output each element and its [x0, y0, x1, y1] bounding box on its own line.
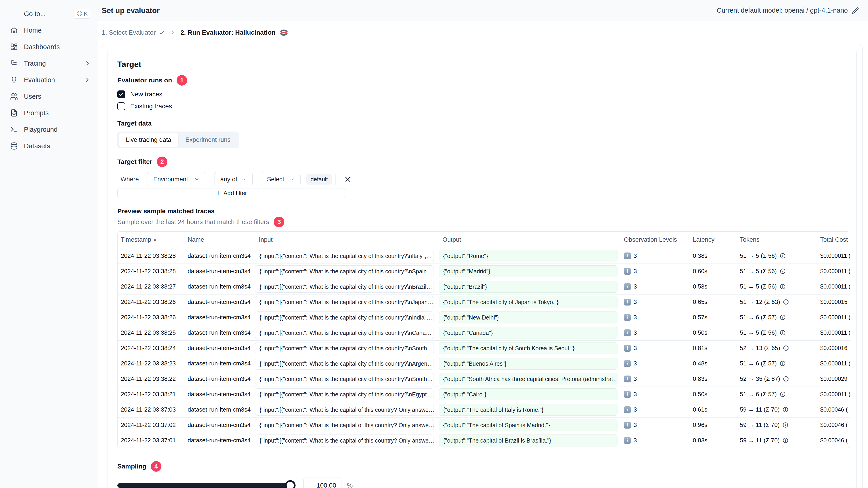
tokens-cell: 59 → 11 (Σ 70): [740, 437, 780, 444]
dashboards-icon: [10, 43, 18, 51]
info-square-icon: i: [624, 283, 631, 290]
checkbox-unchecked-icon[interactable]: [117, 102, 125, 110]
checkbox-checked-icon[interactable]: [117, 91, 125, 98]
table-row[interactable]: 2024-11-22 03:37:03 dataset-run-item-cm3…: [118, 402, 850, 417]
sidebar-item-users[interactable]: Users: [10, 88, 91, 105]
output-cell: {"output":"Cairo"}: [439, 388, 618, 400]
column-header-total-cost: Total Cost: [809, 232, 850, 248]
input-cell: {"input":[{"content":"What is the capita…: [255, 404, 434, 416]
percent-unit-label: %: [347, 482, 353, 488]
timestamp-cell: 2024-11-22 03:38:22: [118, 371, 185, 387]
sidebar-item-prompts[interactable]: Prompts: [10, 105, 91, 121]
name-cell: dataset-run-item-cm3s4: [185, 387, 252, 402]
sampling-percent-input[interactable]: 100.00: [303, 477, 341, 488]
step-badge-3: 3: [274, 217, 284, 227]
filter-row: Where Environment any of Select default: [117, 172, 848, 186]
table-row[interactable]: 2024-11-22 03:38:26 dataset-run-item-cm3…: [118, 294, 850, 310]
remove-filter-icon[interactable]: [344, 175, 351, 183]
sidebar-item-home[interactable]: Home: [10, 22, 91, 39]
info-square-icon: i: [624, 360, 631, 367]
default-model-chip: Current default model: openai / gpt-4.1-…: [717, 7, 859, 14]
tab-experiment-runs[interactable]: Experiment runs: [179, 133, 238, 147]
tokens-cell: 52 → 35 (Σ 87): [740, 375, 780, 382]
add-filter-button[interactable]: + Add filter: [117, 188, 346, 198]
observation-levels-cell: 3: [633, 391, 637, 398]
checkbox-new-traces[interactable]: New traces: [117, 89, 848, 99]
timestamp-cell: 2024-11-22 03:37:03: [118, 402, 185, 417]
breadcrumb-step1[interactable]: 1. Select Evaluator: [102, 29, 165, 36]
table-row[interactable]: 2024-11-22 03:38:22 dataset-run-item-cm3…: [118, 371, 850, 387]
name-cell: dataset-run-item-cm3s4: [185, 248, 252, 263]
output-cell: {"output":"Brazil"}: [439, 281, 618, 293]
sampling-row: 100.00 %: [117, 477, 848, 488]
name-cell: dataset-run-item-cm3s4: [185, 294, 252, 310]
table-row[interactable]: 2024-11-22 03:38:26 dataset-run-item-cm3…: [118, 310, 850, 325]
latency-cell: 0.61s: [688, 402, 735, 417]
column-header-observation-levels: Observation Levels: [619, 232, 688, 248]
sidebar-item-tracing[interactable]: Tracing: [10, 55, 91, 72]
sidebar-item-playground[interactable]: Playground: [10, 121, 91, 138]
name-cell: dataset-run-item-cm3s4: [185, 263, 252, 279]
input-cell: {"input":[{"content":"What is the capita…: [255, 250, 434, 262]
table-row[interactable]: 2024-11-22 03:38:21 dataset-run-item-cm3…: [118, 387, 850, 402]
name-cell: dataset-run-item-cm3s4: [185, 279, 252, 294]
breadcrumb-step2: 2. Run Evaluator: Hallucination: [181, 28, 288, 37]
total-cost-cell: $0.000016: [809, 340, 850, 356]
tab-live-tracing-data[interactable]: Live tracing data: [119, 133, 179, 147]
checkbox-existing-traces[interactable]: Existing traces: [117, 101, 848, 111]
setup-card-outer: Target Evaluator runs on 1 New traces Ex…: [101, 44, 863, 488]
observation-levels-cell: 3: [633, 375, 637, 382]
total-cost-cell: $0.000011 (: [809, 325, 850, 340]
filter-value-select[interactable]: Select default: [261, 172, 336, 186]
table-row[interactable]: 2024-11-22 03:38:27 dataset-run-item-cm3…: [118, 279, 850, 294]
output-cell: {"output":"The capital of Spain is Madri…: [439, 419, 618, 431]
column-header-timestamp[interactable]: Timestamp▼: [118, 232, 185, 248]
tokens-cell: 51 → 5 (Σ 56): [740, 283, 777, 290]
name-cell: dataset-run-item-cm3s4: [185, 310, 252, 325]
timestamp-cell: 2024-11-22 03:38:21: [118, 387, 185, 402]
input-cell: {"input":[{"content":"What is the capita…: [255, 358, 434, 369]
filter-operator-select[interactable]: any of: [214, 172, 253, 186]
table-row[interactable]: 2024-11-22 03:38:28 dataset-run-item-cm3…: [118, 248, 850, 263]
table-row[interactable]: 2024-11-22 03:38:25 dataset-run-item-cm3…: [118, 325, 850, 340]
name-cell: dataset-run-item-cm3s4: [185, 340, 252, 356]
sidebar-item-datasets[interactable]: Datasets: [10, 138, 91, 154]
name-cell: dataset-run-item-cm3s4: [185, 433, 252, 448]
latency-cell: 0.53s: [688, 279, 735, 294]
sidebar-item-dashboards[interactable]: Dashboards: [10, 39, 91, 55]
default-model-label: Current default model: openai / gpt-4.1-…: [717, 7, 848, 14]
name-cell: dataset-run-item-cm3s4: [185, 402, 252, 417]
total-cost-cell: $0.000011 (: [809, 356, 850, 371]
prompts-icon: [10, 109, 18, 117]
latency-cell: 0.50s: [688, 325, 735, 340]
edit-pencil-icon[interactable]: [852, 7, 859, 14]
total-cost-cell: $0.00046 (: [809, 402, 850, 417]
observation-levels-cell: 3: [633, 345, 637, 352]
column-header-tokens: Tokens: [735, 232, 809, 248]
output-cell: {"output":"Buenos Aires"}: [439, 358, 618, 369]
table-row[interactable]: 2024-11-22 03:38:23 dataset-run-item-cm3…: [118, 356, 850, 371]
latency-cell: 0.38s: [688, 248, 735, 263]
table-row[interactable]: 2024-11-22 03:38:24 dataset-run-item-cm3…: [118, 340, 850, 356]
table-row[interactable]: 2024-11-22 03:38:28 dataset-run-item-cm3…: [118, 263, 850, 279]
traces-table: Timestamp▼ Name Input Output Observation…: [117, 231, 850, 448]
info-square-icon: i: [624, 406, 631, 413]
table-row[interactable]: 2024-11-22 03:37:02 dataset-run-item-cm3…: [118, 417, 850, 433]
name-cell: dataset-run-item-cm3s4: [185, 371, 252, 387]
sampling-slider[interactable]: [117, 483, 292, 488]
sidebar-item-evaluation[interactable]: Evaluation: [10, 72, 91, 88]
name-cell: dataset-run-item-cm3s4: [185, 417, 252, 433]
table-row[interactable]: 2024-11-22 03:37:01 dataset-run-item-cm3…: [118, 433, 850, 448]
observation-levels-cell: 3: [633, 329, 637, 336]
datasets-icon: [10, 142, 18, 150]
goto-search[interactable]: Go to... ⌘ K: [10, 5, 91, 22]
step-badge-4: 4: [151, 461, 161, 472]
total-cost-cell: $0.00046 (: [809, 433, 850, 448]
observation-levels-cell: 3: [633, 283, 637, 290]
total-cost-cell: $0.000011 (: [809, 310, 850, 325]
name-cell: dataset-run-item-cm3s4: [185, 325, 252, 340]
slider-handle[interactable]: [285, 480, 296, 488]
filter-column-select[interactable]: Environment: [147, 172, 206, 186]
tokens-cell: 51 → 5 (Σ 56): [740, 252, 777, 259]
info-icon: [780, 253, 786, 259]
